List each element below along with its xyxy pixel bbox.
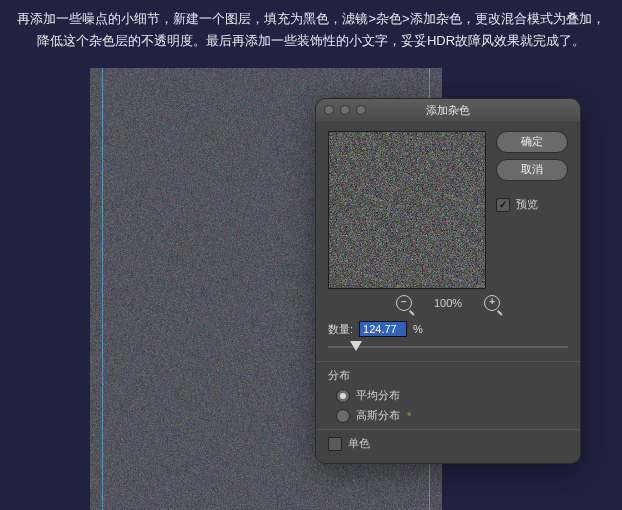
dialog-title: 添加杂色 <box>316 103 580 118</box>
preview-checkbox-label: 预览 <box>516 197 538 212</box>
noise-preview[interactable] <box>328 131 486 289</box>
slider-thumb[interactable] <box>350 341 362 351</box>
dialog-titlebar[interactable]: 添加杂色 <box>316 99 580 121</box>
ok-button[interactable]: 确定 <box>496 131 568 153</box>
monochrome-label: 单色 <box>348 436 370 451</box>
preview-checkbox[interactable] <box>496 198 510 212</box>
cancel-button[interactable]: 取消 <box>496 159 568 181</box>
tutorial-line-2: 降低这个杂色层的不透明度。最后再添加一些装饰性的小文字，妥妥HDR故障风效果就完… <box>0 30 622 52</box>
tutorial-text: 再添加一些噪点的小细节，新建一个图层，填充为黑色，滤镜>杂色>添加杂色，更改混合… <box>0 8 622 52</box>
zoom-out-button[interactable]: − <box>396 295 412 311</box>
radio-uniform[interactable]: 平均分布 <box>336 388 568 403</box>
radio-gaussian[interactable]: 高斯分布* <box>336 408 568 423</box>
amount-label: 数量: <box>328 322 353 337</box>
radio-gaussian-label: 高斯分布 <box>356 408 400 423</box>
tutorial-line-1: 再添加一些噪点的小细节，新建一个图层，填充为黑色，滤镜>杂色>添加杂色，更改混合… <box>0 8 622 30</box>
svg-rect-3 <box>329 132 485 288</box>
guide-left[interactable] <box>102 68 103 510</box>
amount-slider[interactable] <box>328 339 568 355</box>
radio-uniform-indicator <box>336 389 350 403</box>
monochrome-checkbox[interactable] <box>328 437 342 451</box>
zoom-value: 100% <box>434 297 462 309</box>
asterisk-icon: * <box>407 410 411 422</box>
zoom-in-button[interactable]: + <box>484 295 500 311</box>
radio-gaussian-indicator <box>336 409 350 423</box>
amount-unit: % <box>413 323 423 335</box>
amount-input[interactable] <box>359 321 407 337</box>
add-noise-dialog: 添加杂色 确定 取消 预览 − 100% + <box>315 98 581 464</box>
radio-uniform-label: 平均分布 <box>356 388 400 403</box>
distribution-label: 分布 <box>328 368 568 383</box>
